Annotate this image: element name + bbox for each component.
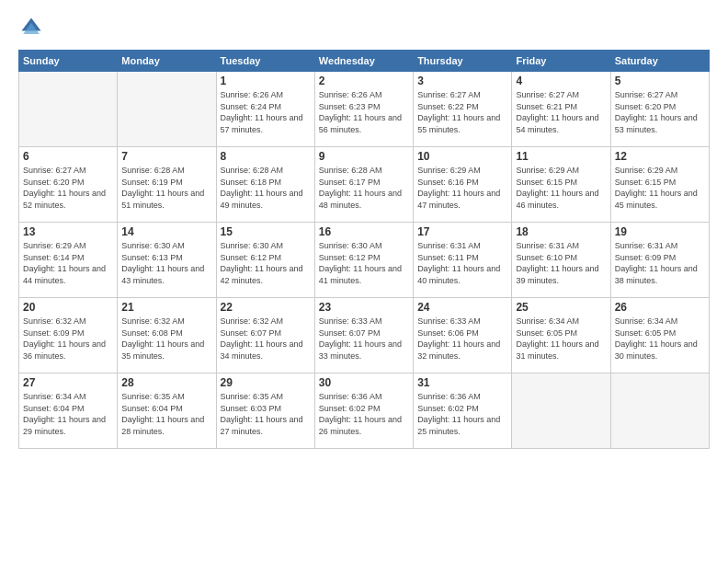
day-cell: 13Sunrise: 6:29 AMSunset: 6:14 PMDayligh… xyxy=(19,223,118,298)
day-cell: 24Sunrise: 6:33 AMSunset: 6:06 PMDayligh… xyxy=(414,298,512,373)
day-number: 25 xyxy=(516,301,606,314)
day-number: 1 xyxy=(221,75,311,87)
day-cell xyxy=(610,373,709,449)
day-info: Sunrise: 6:31 AMSunset: 6:10 PMDaylight:… xyxy=(516,240,606,286)
day-number: 19 xyxy=(615,225,705,238)
day-info: Sunrise: 6:36 AMSunset: 6:02 PMDaylight:… xyxy=(417,391,507,437)
day-cell xyxy=(118,72,216,147)
day-info: Sunrise: 6:32 AMSunset: 6:08 PMDaylight:… xyxy=(121,316,211,362)
header-day-tuesday: Tuesday xyxy=(216,51,314,72)
day-info: Sunrise: 6:27 AMSunset: 6:22 PMDaylight:… xyxy=(417,89,507,135)
header xyxy=(18,15,710,40)
day-info: Sunrise: 6:26 AMSunset: 6:23 PMDaylight:… xyxy=(319,89,409,135)
day-number: 29 xyxy=(221,376,311,389)
day-number: 26 xyxy=(615,301,705,314)
day-cell: 28Sunrise: 6:35 AMSunset: 6:04 PMDayligh… xyxy=(118,373,216,449)
day-info: Sunrise: 6:36 AMSunset: 6:02 PMDaylight:… xyxy=(319,391,409,437)
day-info: Sunrise: 6:28 AMSunset: 6:17 PMDaylight:… xyxy=(319,165,409,211)
day-info: Sunrise: 6:31 AMSunset: 6:11 PMDaylight:… xyxy=(417,240,507,286)
day-number: 16 xyxy=(319,225,409,238)
day-info: Sunrise: 6:33 AMSunset: 6:06 PMDaylight:… xyxy=(417,316,507,362)
day-cell: 1Sunrise: 6:26 AMSunset: 6:24 PMDaylight… xyxy=(216,72,314,147)
day-cell: 7Sunrise: 6:28 AMSunset: 6:19 PMDaylight… xyxy=(118,147,216,223)
day-number: 5 xyxy=(615,75,705,87)
day-cell: 16Sunrise: 6:30 AMSunset: 6:12 PMDayligh… xyxy=(314,223,413,298)
logo xyxy=(18,15,48,40)
day-info: Sunrise: 6:32 AMSunset: 6:09 PMDaylight:… xyxy=(23,316,113,362)
calendar-header: SundayMondayTuesdayWednesdayThursdayFrid… xyxy=(19,51,710,72)
day-number: 27 xyxy=(23,376,113,389)
day-cell: 27Sunrise: 6:34 AMSunset: 6:04 PMDayligh… xyxy=(19,373,118,449)
header-day-thursday: Thursday xyxy=(414,51,512,72)
day-number: 21 xyxy=(121,301,211,314)
header-day-sunday: Sunday xyxy=(19,51,118,72)
day-number: 10 xyxy=(417,150,507,163)
day-number: 22 xyxy=(221,301,311,314)
day-info: Sunrise: 6:35 AMSunset: 6:04 PMDaylight:… xyxy=(121,391,211,437)
day-number: 8 xyxy=(221,150,311,163)
day-cell: 23Sunrise: 6:33 AMSunset: 6:07 PMDayligh… xyxy=(314,298,413,373)
day-cell: 3Sunrise: 6:27 AMSunset: 6:22 PMDaylight… xyxy=(414,72,512,147)
day-number: 23 xyxy=(319,301,409,314)
day-cell: 19Sunrise: 6:31 AMSunset: 6:09 PMDayligh… xyxy=(610,223,709,298)
day-cell xyxy=(512,373,610,449)
day-info: Sunrise: 6:29 AMSunset: 6:14 PMDaylight:… xyxy=(23,240,113,286)
day-cell: 18Sunrise: 6:31 AMSunset: 6:10 PMDayligh… xyxy=(512,223,610,298)
day-number: 13 xyxy=(23,225,113,238)
day-cell: 10Sunrise: 6:29 AMSunset: 6:16 PMDayligh… xyxy=(414,147,512,223)
day-number: 20 xyxy=(23,301,113,314)
day-info: Sunrise: 6:28 AMSunset: 6:18 PMDaylight:… xyxy=(221,165,311,211)
day-number: 15 xyxy=(221,225,311,238)
header-day-saturday: Saturday xyxy=(610,51,709,72)
day-info: Sunrise: 6:33 AMSunset: 6:07 PMDaylight:… xyxy=(319,316,409,362)
day-number: 31 xyxy=(417,376,507,389)
day-cell: 25Sunrise: 6:34 AMSunset: 6:05 PMDayligh… xyxy=(512,298,610,373)
day-cell: 26Sunrise: 6:34 AMSunset: 6:05 PMDayligh… xyxy=(610,298,709,373)
day-number: 2 xyxy=(319,75,409,87)
day-number: 9 xyxy=(319,150,409,163)
day-number: 6 xyxy=(23,150,113,163)
day-info: Sunrise: 6:30 AMSunset: 6:12 PMDaylight:… xyxy=(319,240,409,286)
week-row-1: 1Sunrise: 6:26 AMSunset: 6:24 PMDaylight… xyxy=(19,72,710,147)
day-info: Sunrise: 6:29 AMSunset: 6:15 PMDaylight:… xyxy=(615,165,705,211)
logo-icon xyxy=(18,15,44,40)
day-cell: 17Sunrise: 6:31 AMSunset: 6:11 PMDayligh… xyxy=(414,223,512,298)
day-info: Sunrise: 6:34 AMSunset: 6:05 PMDaylight:… xyxy=(615,316,705,362)
day-cell: 14Sunrise: 6:30 AMSunset: 6:13 PMDayligh… xyxy=(118,223,216,298)
day-cell: 20Sunrise: 6:32 AMSunset: 6:09 PMDayligh… xyxy=(19,298,118,373)
calendar-body: 1Sunrise: 6:26 AMSunset: 6:24 PMDaylight… xyxy=(19,72,710,449)
day-number: 14 xyxy=(121,225,211,238)
header-row: SundayMondayTuesdayWednesdayThursdayFrid… xyxy=(19,51,710,72)
week-row-3: 13Sunrise: 6:29 AMSunset: 6:14 PMDayligh… xyxy=(19,223,710,298)
day-number: 3 xyxy=(417,75,507,87)
day-cell: 22Sunrise: 6:32 AMSunset: 6:07 PMDayligh… xyxy=(216,298,314,373)
day-cell: 21Sunrise: 6:32 AMSunset: 6:08 PMDayligh… xyxy=(118,298,216,373)
day-info: Sunrise: 6:34 AMSunset: 6:04 PMDaylight:… xyxy=(23,391,113,437)
day-number: 11 xyxy=(516,150,606,163)
day-cell: 6Sunrise: 6:27 AMSunset: 6:20 PMDaylight… xyxy=(19,147,118,223)
day-info: Sunrise: 6:30 AMSunset: 6:13 PMDaylight:… xyxy=(121,240,211,286)
day-number: 28 xyxy=(121,376,211,389)
day-number: 24 xyxy=(417,301,507,314)
day-number: 7 xyxy=(121,150,211,163)
day-number: 17 xyxy=(417,225,507,238)
day-info: Sunrise: 6:35 AMSunset: 6:03 PMDaylight:… xyxy=(221,391,311,437)
day-cell: 11Sunrise: 6:29 AMSunset: 6:15 PMDayligh… xyxy=(512,147,610,223)
header-day-friday: Friday xyxy=(512,51,610,72)
day-info: Sunrise: 6:29 AMSunset: 6:16 PMDaylight:… xyxy=(417,165,507,211)
week-row-4: 20Sunrise: 6:32 AMSunset: 6:09 PMDayligh… xyxy=(19,298,710,373)
day-cell: 30Sunrise: 6:36 AMSunset: 6:02 PMDayligh… xyxy=(314,373,413,449)
page: SundayMondayTuesdayWednesdayThursdayFrid… xyxy=(0,0,728,563)
day-info: Sunrise: 6:31 AMSunset: 6:09 PMDaylight:… xyxy=(615,240,705,286)
day-info: Sunrise: 6:34 AMSunset: 6:05 PMDaylight:… xyxy=(516,316,606,362)
day-cell: 15Sunrise: 6:30 AMSunset: 6:12 PMDayligh… xyxy=(216,223,314,298)
day-info: Sunrise: 6:32 AMSunset: 6:07 PMDaylight:… xyxy=(221,316,311,362)
day-cell: 31Sunrise: 6:36 AMSunset: 6:02 PMDayligh… xyxy=(414,373,512,449)
day-number: 18 xyxy=(516,225,606,238)
day-cell: 12Sunrise: 6:29 AMSunset: 6:15 PMDayligh… xyxy=(610,147,709,223)
header-day-monday: Monday xyxy=(118,51,216,72)
day-info: Sunrise: 6:27 AMSunset: 6:21 PMDaylight:… xyxy=(516,89,606,135)
day-cell: 9Sunrise: 6:28 AMSunset: 6:17 PMDaylight… xyxy=(314,147,413,223)
day-info: Sunrise: 6:29 AMSunset: 6:15 PMDaylight:… xyxy=(516,165,606,211)
day-number: 30 xyxy=(319,376,409,389)
